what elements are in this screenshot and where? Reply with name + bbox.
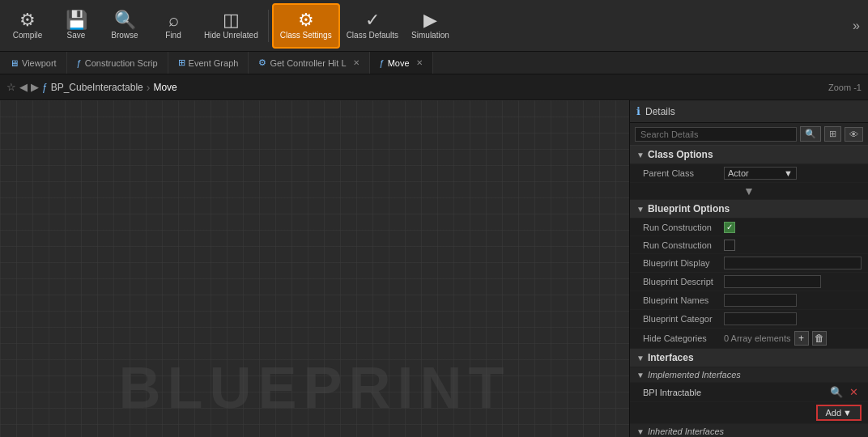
- tab-event-graph-label: Event Graph: [189, 58, 239, 68]
- viewport-tab-icon: 🖥: [10, 58, 19, 68]
- implemented-interfaces-header: ▼ Implemented Interfaces: [630, 367, 868, 383]
- find-icon: ⌕: [168, 11, 179, 29]
- details-icon: ℹ: [636, 105, 640, 117]
- run-construction-unchecked-value: [724, 240, 862, 251]
- blueprint-canvas[interactable]: BLUEPRINT: [0, 100, 629, 437]
- run-construction-unchecked-row: Run Construction: [630, 236, 868, 254]
- tab-get-controller-label: Get Controller Hit L: [270, 58, 346, 68]
- breadcrumb-bar: ☆ ◀ ▶ ƒ BP_CubeInteractable › Move Zoom …: [0, 74, 868, 100]
- details-eye-button[interactable]: 👁: [845, 127, 863, 142]
- main-area: BLUEPRINT ℹ Details 🔍 ⊞ 👁 ▼ Class Option…: [0, 100, 868, 437]
- breadcrumb-function-icon: ƒ: [42, 82, 48, 93]
- blueprint-options-section-header[interactable]: ▼ Blueprint Options: [630, 200, 868, 218]
- browse-icon: 🔍: [114, 11, 136, 29]
- interfaces-section-header[interactable]: ▼ Interfaces: [630, 349, 868, 367]
- save-button[interactable]: 💾 Save: [52, 3, 100, 49]
- browse-label: Browse: [111, 31, 138, 40]
- run-construction-unchecked-checkbox[interactable]: [724, 240, 735, 251]
- implemented-arrow: ▼: [636, 371, 645, 380]
- interfaces-title: Interfaces: [648, 352, 694, 363]
- interfaces-body: ▼ Implemented Interfaces BPI Intractable…: [630, 367, 868, 437]
- blueprint-display-input[interactable]: [724, 257, 862, 269]
- details-search-row: 🔍 ⊞ 👁: [630, 123, 868, 146]
- class-settings-icon: ⚙: [298, 11, 314, 29]
- hide-categories-del-button[interactable]: 🗑: [812, 331, 827, 346]
- browse-button[interactable]: 🔍 Browse: [100, 3, 149, 49]
- hide-unrelated-button[interactable]: ◫ Hide Unrelated: [198, 3, 265, 49]
- blueprint-names-input[interactable]: [724, 294, 797, 307]
- add-interface-button[interactable]: Add ▼: [816, 405, 862, 421]
- inherited-interfaces-header: ▼ Inherited Interfaces: [630, 424, 868, 437]
- simulation-icon: ▶: [423, 11, 437, 29]
- blueprint-options-arrow: ▼: [636, 205, 645, 214]
- toolbar: ⚙ Compile 💾 Save 🔍 Browse ⌕ Find ◫ Hide …: [0, 0, 868, 52]
- blueprint-options-title: Blueprint Options: [648, 203, 730, 214]
- add-interface-label: Add: [826, 408, 842, 418]
- interfaces-arrow: ▼: [636, 354, 645, 363]
- blueprint-descript-input[interactable]: [724, 275, 821, 288]
- save-label: Save: [67, 31, 86, 40]
- tab-move[interactable]: ƒ Move ✕: [370, 52, 433, 74]
- hide-categories-label: Hide Categories: [643, 333, 724, 343]
- tab-get-controller[interactable]: ⚙ Get Controller Hit L ✕: [249, 52, 369, 74]
- class-defaults-label: Class Defaults: [347, 31, 398, 40]
- event-graph-tab-icon: ⊞: [178, 57, 185, 68]
- interface-search-button[interactable]: 🔍: [827, 385, 846, 399]
- class-options-section-header[interactable]: ▼ Class Options: [630, 146, 868, 164]
- parent-class-dropdown-value: Actor: [728, 168, 749, 178]
- parent-class-dropdown[interactable]: Actor ▼: [724, 167, 797, 180]
- simulation-label: Simulation: [411, 31, 449, 40]
- blueprint-names-row: Blueprint Names: [630, 291, 868, 310]
- tab-event-graph[interactable]: ⊞ Event Graph: [168, 52, 249, 74]
- hide-unrelated-icon: ◫: [223, 11, 240, 29]
- hide-unrelated-label: Hide Unrelated: [204, 31, 258, 40]
- tab-construction-script[interactable]: ƒ Construction Scrip: [67, 52, 168, 74]
- blueprint-categor-input[interactable]: [724, 312, 797, 325]
- breadcrumb-current: Move: [153, 82, 177, 93]
- blueprint-descript-label: Blueprint Descript: [643, 277, 724, 286]
- bpi-intractable-item: BPI Intractable 🔍 ✕: [630, 383, 868, 402]
- run-construction-checked-label: Run Construction: [643, 223, 724, 232]
- blueprint-names-label: Blueprint Names: [643, 295, 724, 305]
- details-search-button[interactable]: 🔍: [800, 126, 821, 142]
- simulation-button[interactable]: ▶ Simulation: [405, 3, 456, 49]
- bpi-intractable-name: BPI Intractable: [643, 388, 827, 397]
- compile-icon: ⚙: [19, 11, 36, 29]
- blueprint-categor-label: Blueprint Categor: [643, 314, 724, 324]
- details-search-input[interactable]: [635, 127, 797, 142]
- class-defaults-button[interactable]: ✓ Class Defaults: [340, 3, 405, 49]
- add-interface-row: Add ▼: [630, 402, 868, 424]
- zoom-label: Zoom -1: [828, 83, 862, 92]
- compile-label: Compile: [13, 31, 43, 40]
- toolbar-expand-button[interactable]: »: [848, 19, 865, 33]
- blueprint-display-row: Blueprint Display: [630, 254, 868, 273]
- blueprint-categor-row: Blueprint Categor: [630, 310, 868, 329]
- details-header: ℹ Details: [630, 100, 868, 123]
- tab-viewport[interactable]: 🖥 Viewport: [0, 52, 67, 74]
- class-options-arrow: ▼: [636, 151, 645, 159]
- blueprint-descript-row: Blueprint Descript: [630, 273, 868, 291]
- run-construction-checked-checkbox[interactable]: ✓: [724, 222, 735, 233]
- blueprint-display-label: Blueprint Display: [643, 258, 724, 268]
- details-panel: ℹ Details 🔍 ⊞ 👁 ▼ Class Options Parent C…: [629, 100, 868, 437]
- class-settings-button[interactable]: ⚙ Class Settings: [272, 3, 340, 49]
- forward-button[interactable]: ▶: [31, 81, 39, 93]
- interface-delete-button[interactable]: ✕: [846, 385, 862, 399]
- tab-move-close[interactable]: ✕: [416, 58, 423, 67]
- hide-categories-count: 0 Array elements: [724, 333, 791, 343]
- back-button[interactable]: ◀: [19, 81, 28, 93]
- find-label: Find: [165, 31, 181, 40]
- tab-get-controller-close[interactable]: ✕: [353, 58, 360, 67]
- find-button[interactable]: ⌕ Find: [149, 3, 198, 49]
- run-construction-checked-value: ✓: [724, 222, 862, 233]
- details-grid-button[interactable]: ⊞: [824, 126, 841, 142]
- class-defaults-icon: ✓: [365, 11, 380, 29]
- class-options-title: Class Options: [648, 149, 713, 160]
- class-options-expand-arrow[interactable]: ▼: [743, 185, 755, 197]
- bookmark-button[interactable]: ☆: [6, 81, 16, 93]
- implemented-interfaces-title: Implemented Interfaces: [648, 370, 741, 380]
- hide-categories-add-button[interactable]: +: [794, 331, 809, 346]
- move-tab-icon: ƒ: [380, 58, 385, 68]
- compile-button[interactable]: ⚙ Compile: [3, 3, 52, 49]
- parent-class-value: Actor ▼: [724, 167, 862, 180]
